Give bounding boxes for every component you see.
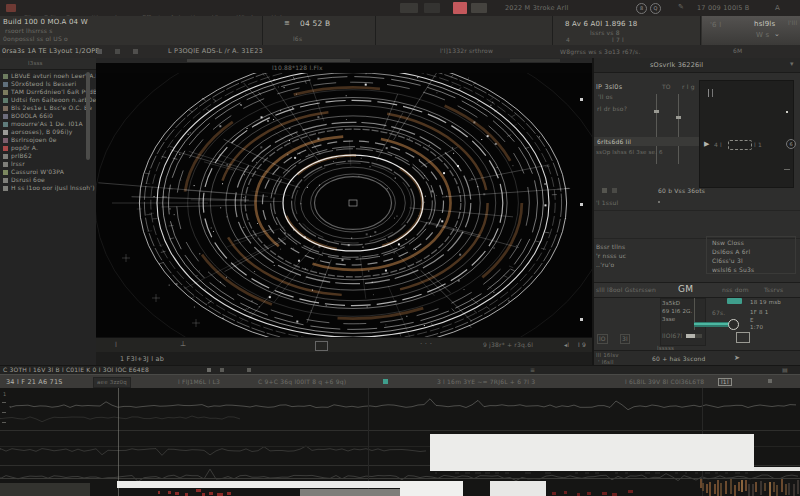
list-item[interactable]: Cassuroi W'03PA [0, 168, 96, 176]
slider-handle[interactable] [676, 116, 681, 119]
list-item[interactable]: lrssr [0, 160, 96, 168]
slider-track[interactable] [678, 94, 679, 164]
keyframe-mark [485, 472, 490, 474]
list-item[interactable]: LBVuE avturi noeh LeerVA.I6 [0, 72, 96, 80]
panel-tab-title[interactable]: sOsvrlk 36226il [650, 62, 703, 69]
list-item[interactable]: Udtsi fon 6aiteoon n.arb0e A [0, 96, 96, 104]
texture-streak [702, 483, 704, 491]
col-header-2[interactable]: C 9+C 36q l00lT 8 q +6 9q) [258, 379, 346, 385]
mini-icon-1[interactable]: lO [597, 334, 608, 344]
pen-icon[interactable]: ✎ [678, 4, 684, 11]
small-icon[interactable] [768, 379, 772, 383]
panel-menu-icon[interactable]: ▾ [790, 61, 794, 68]
keyframe-mark [735, 472, 740, 474]
list-item[interactable]: aorsoses), B 096i)y [0, 128, 96, 136]
list-item[interactable]: S0rx6teod ls Besseri [0, 80, 96, 88]
option-label: Cl6ss'u 3l [712, 258, 743, 264]
dashed-selector[interactable] [728, 140, 752, 150]
pointer-icon[interactable]: ➤ [734, 355, 740, 362]
grid-line [368, 388, 369, 496]
layer-bar[interactable] [490, 481, 546, 496]
record-button[interactable] [453, 2, 467, 14]
list-item[interactable]: Bls 2es1e L Bsc'e O.C. Be [0, 104, 96, 112]
outline-box[interactable] [736, 332, 750, 343]
small-icon[interactable] [220, 368, 224, 372]
small-icon[interactable] [247, 368, 251, 372]
group-gm-label: GM [678, 285, 693, 294]
timeline-tab-label[interactable]: C 3OTH l 16V 3l B l C01lE K 0 l 3Ol lOC … [3, 367, 149, 373]
list-item[interactable]: moourre'As 1 De. I01A [0, 120, 96, 128]
prev-frame-icon[interactable]: ◂l [564, 342, 569, 348]
layer-bar[interactable] [400, 481, 463, 496]
texture-streak [730, 479, 732, 494]
list-item[interactable]: pop0r A. [0, 144, 96, 152]
playhead[interactable] [118, 388, 119, 496]
toolbar-button[interactable] [424, 3, 440, 13]
circle-badge[interactable]: 6 [786, 139, 796, 149]
segment-icon[interactable]: ≡ [284, 20, 290, 27]
selected-property-row[interactable]: 6rlts6d6 lil [594, 137, 699, 146]
texture-streak [714, 484, 716, 494]
search-circle-icon[interactable]: Q [650, 3, 661, 14]
timeline-tracks[interactable]: 1 [0, 388, 800, 496]
search-box[interactable]: aee 3zz0q [93, 377, 131, 388]
aa-circle-icon[interactable]: 8 [636, 3, 647, 14]
keyframe-mark [615, 472, 618, 474]
workspace-label[interactable]: 0rsa3s 1A TE L3yout 1/2OPE [2, 48, 100, 55]
selected-property-label: 6rlts6d6 lil [597, 139, 631, 145]
grid-icon[interactable]: l 9 [578, 342, 586, 348]
segment-value[interactable]: 04 52 B [300, 20, 330, 28]
group-header-row: slll l8ool Gstsrssen GM nss dom Tssrvs [594, 282, 800, 298]
viewer-scrollbar[interactable] [187, 59, 350, 62]
col-header-1[interactable]: l FlJ1M6L l L3 [178, 379, 220, 385]
media-label: hsl9ls [754, 21, 775, 28]
frame-box[interactable]: l1l [718, 378, 732, 386]
progress-knob[interactable] [728, 319, 739, 330]
gray-bar[interactable] [300, 489, 400, 496]
panel-list-icon[interactable]: ▤ [782, 367, 788, 373]
toggle-icon[interactable] [602, 188, 607, 193]
col-header-4[interactable]: l 6L8lL 39V 8l C0l36L6T8 [625, 379, 704, 385]
small-icon[interactable] [133, 49, 138, 54]
list-item[interactable]: TAM Dsrr6dnieo'l 6aR PvdB s [0, 88, 96, 96]
list-item[interactable]: BO0OLA 66i0 [0, 112, 96, 120]
list-item[interactable]: H ss l1oo oor iJusl lnssoh') Jsroo [0, 184, 96, 192]
list-item[interactable]: Dsrusi 6oe [0, 176, 96, 184]
texture-streak [785, 484, 787, 495]
small-icon[interactable] [115, 49, 120, 54]
texture-streak [793, 484, 795, 496]
list-item-label: S0rx6teod ls Besseri [11, 81, 76, 87]
marker: ≡ [530, 367, 535, 373]
col-header-3[interactable]: 3 l 16m 3YE ~= 7RJ6L + 6 7l 3 [437, 379, 535, 385]
axis-icon[interactable]: ⊥ [180, 341, 186, 348]
texture-streak [734, 485, 736, 496]
toolbar-button[interactable] [471, 3, 487, 13]
app-window: FileEditCompositionLayerEffectAnimationV… [0, 0, 800, 496]
dropdown-caret-icon[interactable]: ⌄ [774, 31, 780, 38]
list-item-label: aorsoses), B 096i)y [11, 129, 73, 135]
col-label-b: r l g [682, 84, 695, 90]
small-icon[interactable] [207, 368, 211, 372]
list-item-label: Dsrusi 6oe [11, 177, 45, 183]
keyframe-mark [525, 472, 531, 474]
layer-bar[interactable] [117, 481, 402, 488]
mini-icon-2[interactable]: 3l [620, 334, 630, 344]
view-options-icon[interactable] [315, 341, 328, 351]
layer-bar[interactable] [754, 467, 800, 471]
layer-color-swatch [3, 122, 8, 127]
layer-color-swatch [3, 98, 8, 103]
scrollbar[interactable] [86, 72, 90, 160]
layer-bar[interactable] [430, 434, 754, 471]
small-icon[interactable] [97, 49, 102, 54]
cursor-icon[interactable]: ▶ [704, 141, 710, 148]
list-item[interactable]: prlB62 [0, 152, 96, 160]
slider-handle[interactable] [654, 110, 659, 113]
timecode[interactable]: 34 l F 21 A6 71S [6, 379, 63, 386]
list-item[interactable]: Bsrlrsojoen 0e [0, 136, 96, 144]
toolbar-button[interactable] [400, 3, 418, 13]
comp-tab-label[interactable]: 1 F3l+3J l ab [120, 356, 164, 363]
teal-progress-bar[interactable] [694, 322, 732, 327]
e2-label: 67s. [712, 310, 725, 316]
search-placeholder: aee 3zz0q [97, 380, 127, 386]
toggle-icon[interactable] [612, 188, 617, 193]
